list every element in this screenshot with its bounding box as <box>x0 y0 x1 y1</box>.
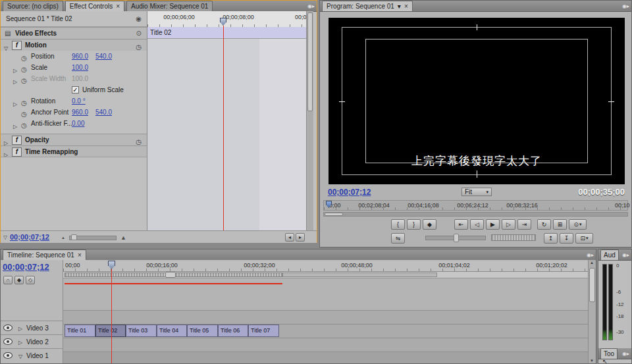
effect-row-opacity[interactable]: ▷ f Opacity ◷ <box>1 134 147 145</box>
twirl-closed-icon[interactable]: ▷ <box>18 326 22 332</box>
close-icon[interactable]: × <box>404 2 408 11</box>
panel-menu-icon[interactable]: ◉▸ <box>620 3 631 9</box>
loop-button[interactable]: ↻ <box>537 219 551 230</box>
effect-controls-scrollbar[interactable] <box>306 11 313 230</box>
twirl-closed-icon[interactable]: ▷ <box>18 340 22 346</box>
clip-bar-title-02[interactable]: Title 02 <box>147 27 307 39</box>
safe-margins-button[interactable]: ⊞ <box>553 219 567 230</box>
program-zoom-scrollbar[interactable] <box>323 212 628 217</box>
param-value[interactable]: 0.00 <box>72 118 84 129</box>
twirl-closed-icon[interactable]: ▷ <box>13 65 17 73</box>
timeline-clip[interactable]: Title 06 <box>218 325 248 337</box>
tab-audio-meters[interactable]: Aud <box>600 249 619 260</box>
param-value[interactable]: 0.0 ° <box>72 95 86 107</box>
play-button[interactable]: ▶ <box>486 219 500 230</box>
scrollbar-thumb[interactable] <box>589 268 595 302</box>
twirl-closed-icon[interactable]: ▷ <box>4 138 8 145</box>
param-value-y[interactable]: 540.0 <box>95 51 112 62</box>
go-to-out-button[interactable]: ⇥ <box>517 219 531 230</box>
uniform-scale-checkbox[interactable]: ✓ <box>72 86 79 93</box>
step-back-button[interactable]: ◁ <box>470 219 484 230</box>
collapse-section-icon[interactable]: ⊙ <box>136 28 142 39</box>
param-value-y[interactable]: 540.0 <box>95 107 112 118</box>
export-frame-button[interactable]: ⊡▾ <box>575 233 593 244</box>
zoom-in-icon[interactable]: ▲ <box>120 232 126 243</box>
set-encore-marker-icon[interactable]: ◆ <box>14 276 24 284</box>
effect-enable-fx-icon[interactable]: f <box>12 147 22 157</box>
panel-menu-icon[interactable]: ◉▸ <box>305 3 317 9</box>
zoom-level-select[interactable]: Fit ▾ <box>461 188 492 196</box>
snap-toggle-icon[interactable]: ∩ <box>3 276 13 284</box>
selection-tool-icon[interactable]: ↖ <box>602 358 608 364</box>
marker-menu-icon[interactable]: ▽ <box>3 231 7 243</box>
toggle-animation-icon[interactable]: ◷ <box>21 97 27 107</box>
toggle-animation-icon[interactable]: ◷ <box>21 64 27 73</box>
work-area-extension[interactable] <box>282 273 437 277</box>
timeline-clip[interactable]: Title 07 <box>248 325 279 337</box>
twirl-closed-icon[interactable]: ▷ <box>13 121 17 129</box>
lift-button[interactable]: ↥ <box>544 233 558 244</box>
timeline-clip[interactable]: Title 04 <box>157 325 187 337</box>
twirl-open-icon[interactable]: ▽ <box>4 43 8 51</box>
work-area-track[interactable] <box>63 272 588 278</box>
stopwatch-icon[interactable]: ◷ <box>136 136 142 145</box>
panel-menu-icon[interactable]: ◉▸ <box>620 351 631 357</box>
add-marker-button[interactable]: ◆ <box>423 219 436 230</box>
timeline-clip[interactable]: Title 01 <box>65 325 95 337</box>
toggle-animation-icon[interactable]: ◷ <box>21 53 27 62</box>
track-header-video2[interactable]: ▷ Video 2 <box>1 334 63 349</box>
panel-menu-icon[interactable]: ◉▸ <box>585 252 596 258</box>
close-icon[interactable]: × <box>78 251 82 259</box>
stopwatch-icon[interactable]: ◷ <box>136 41 142 51</box>
twirl-closed-icon[interactable]: ▷ <box>13 99 17 107</box>
shuttle-slider[interactable] <box>425 236 486 240</box>
toggle-track-output-icon[interactable] <box>3 352 13 359</box>
effect-controls-timecode[interactable]: 00;00;07;12 <box>10 231 49 243</box>
go-to-in-button[interactable]: ⇤ <box>454 219 468 230</box>
timeline-clip-selected[interactable]: Title 02 <box>95 325 126 337</box>
tab-audio-mixer[interactable]: Audio Mixer: Sequence 01 <box>126 1 213 11</box>
show-timeline-view-icon[interactable]: ◉ <box>136 11 142 27</box>
scrollbar-thumb[interactable] <box>307 13 313 111</box>
program-current-timecode[interactable]: 00;00;07;12 <box>328 188 371 197</box>
twirl-closed-icon[interactable]: ▷ <box>4 149 8 157</box>
set-in-point-button[interactable]: { <box>391 219 405 230</box>
effect-row-time-remapping[interactable]: ▷ f Time Remapping <box>1 145 147 157</box>
effect-row-motion[interactable]: ▽ f Motion ◷ <box>1 39 147 51</box>
tab-program[interactable]: Program: Sequence 01 ▾ × <box>322 1 413 11</box>
output-button[interactable]: ⊙▾ <box>569 219 587 230</box>
param-value[interactable]: 100.0 <box>72 62 88 73</box>
zoom-out-icon[interactable]: ▲ <box>61 232 65 243</box>
mini-ruler[interactable]: 00;00;06;00 00;00;08;00 00;0 <box>147 11 307 28</box>
scroll-left-icon[interactable]: ◂ <box>285 233 294 242</box>
timeline-clip[interactable]: Title 05 <box>187 325 218 337</box>
play-in-to-out-button[interactable]: ⇋ <box>391 233 405 244</box>
extract-button[interactable]: ↧ <box>560 233 573 244</box>
tab-tools[interactable]: Too <box>600 348 618 359</box>
program-video-area[interactable]: 上完字幕後發現字太大了 <box>329 18 625 184</box>
effect-controls-timeline[interactable]: 00;00;06;00 00;00;08;00 00;0 Title 02 <box>147 11 307 230</box>
track-header-video3[interactable]: ▷ Video 3 <box>1 321 63 335</box>
step-forward-button[interactable]: ▷ <box>502 219 515 230</box>
timeline-ruler[interactable]: 00;00 00;00;16;00 00;00;32;00 00;00;48;0… <box>63 260 588 272</box>
toggle-animation-icon[interactable]: ◷ <box>21 109 27 118</box>
zoom-slider-thumb[interactable] <box>71 234 77 240</box>
track-header-video1[interactable]: ▽ Video 1 <box>1 348 63 363</box>
shuttle-thumb[interactable] <box>454 234 459 242</box>
param-value-x[interactable]: 960.0 <box>72 51 88 62</box>
close-icon[interactable]: × <box>116 2 120 11</box>
work-area-center-handle[interactable] <box>165 272 176 278</box>
scrollbar-thumb[interactable] <box>325 213 343 216</box>
jog-disk[interactable] <box>491 234 536 241</box>
effect-enable-fx-icon[interactable]: f <box>12 41 22 50</box>
toggle-track-output-icon[interactable] <box>3 325 13 331</box>
scroll-right-icon[interactable]: ▸ <box>296 233 305 242</box>
chevron-down-icon[interactable]: ▾ <box>398 2 401 11</box>
tab-source[interactable]: Source: (no clips) <box>3 1 63 11</box>
set-out-point-button[interactable]: } <box>407 219 421 230</box>
twirl-open-icon[interactable]: ▽ <box>18 353 22 359</box>
zoom-slider[interactable] <box>69 236 117 240</box>
tab-timeline[interactable]: Timeline: Sequence 01 × <box>3 249 86 260</box>
set-sequence-marker-icon[interactable]: ◇ <box>26 276 35 284</box>
program-time-ruler[interactable]: 0;00 00;02;08;04 00;04;16;08 00;06;24;12… <box>323 200 628 211</box>
